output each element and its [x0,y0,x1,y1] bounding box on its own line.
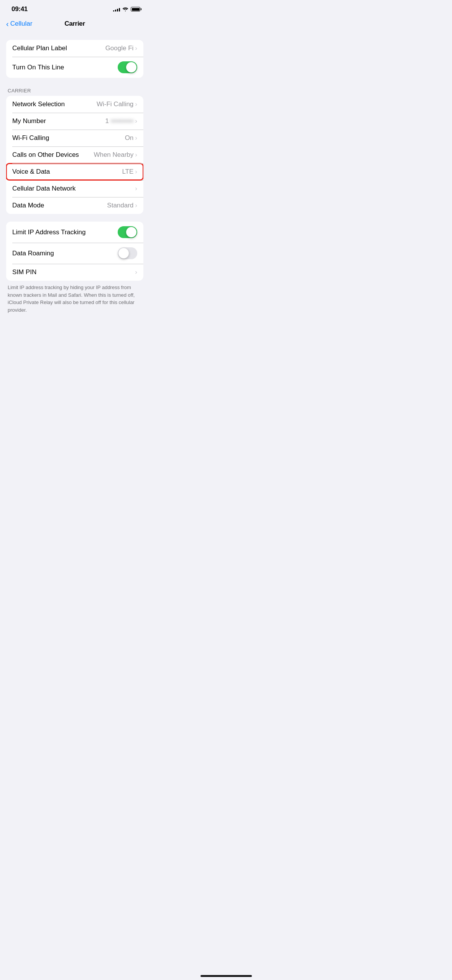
calls-other-devices-value: When Nearby › [94,151,137,159]
toggle-knob [118,248,129,258]
voice-data-row[interactable]: Voice & Data LTE › [6,163,143,180]
voice-data-value-text: LTE [122,168,133,176]
back-label: Cellular [10,20,33,28]
chevron-right-icon: › [135,168,137,176]
sim-pin-label: SIM PIN [12,268,36,276]
data-mode-value: Standard › [107,202,137,209]
chevron-right-icon: › [135,202,137,209]
wifi-calling-row[interactable]: Wi-Fi Calling On › [6,130,143,146]
data-roaming-row[interactable]: Data Roaming [6,243,143,264]
toggle-knob [126,227,136,237]
limit-ip-tracking-row[interactable]: Limit IP Address Tracking [6,222,143,243]
voice-data-label: Voice & Data [12,168,50,176]
turn-on-line-label: Turn On This Line [12,64,64,71]
voice-data-value: LTE › [122,168,137,176]
chevron-right-icon: › [135,185,137,192]
chevron-right-icon: › [135,151,137,159]
chevron-right-icon: › [135,44,137,52]
network-selection-row[interactable]: Network Selection Wi-Fi Calling › [6,96,143,113]
carrier-settings-card: Network Selection Wi-Fi Calling › My Num… [6,96,143,214]
status-time: 09:41 [12,5,28,13]
back-chevron-icon: ‹ [6,20,9,28]
data-mode-label: Data Mode [12,202,44,209]
cellular-data-network-row[interactable]: Cellular Data Network › [6,180,143,197]
chevron-right-icon: › [135,117,137,125]
sim-pin-row[interactable]: SIM PIN › [6,264,143,281]
cellular-data-network-value: › [135,185,137,192]
chevron-right-icon: › [135,100,137,108]
first-settings-card: Cellular Plan Label Google Fi › Turn On … [6,40,143,78]
cellular-plan-label-text: Cellular Plan Label [12,44,67,52]
cellular-data-network-label: Cellular Data Network [12,185,76,192]
navigation-header: ‹ Cellular Carrier [0,17,150,32]
turn-on-line-row[interactable]: Turn On This Line [6,57,143,78]
carrier-section-label: Carrier [0,86,150,96]
network-selection-value: Wi-Fi Calling › [97,100,137,108]
wifi-calling-value-text: On [125,134,134,142]
chevron-right-icon: › [135,134,137,142]
limit-ip-tracking-label: Limit IP Address Tracking [12,229,86,236]
limit-ip-tracking-toggle[interactable] [118,226,137,238]
calls-other-devices-label: Calls on Other Devices [12,151,79,159]
chevron-right-icon: › [135,268,137,276]
sim-pin-value: › [135,268,137,276]
data-roaming-toggle[interactable] [118,247,137,259]
signal-icon [113,7,120,12]
calls-other-devices-value-text: When Nearby [94,151,133,159]
wifi-icon [122,7,128,12]
my-number-value-text: 1 •••••••••• [105,117,134,125]
wifi-calling-value: On › [125,134,137,142]
cellular-plan-label-value: Google Fi › [105,44,137,52]
battery-icon [131,7,140,12]
network-selection-label: Network Selection [12,100,65,108]
my-number-label: My Number [12,117,46,125]
bottom-settings-card: Limit IP Address Tracking Data Roaming S… [6,222,143,281]
data-roaming-label: Data Roaming [12,250,54,257]
turn-on-line-toggle[interactable] [118,61,137,73]
network-selection-value-text: Wi-Fi Calling [97,100,133,108]
my-number-value: 1 •••••••••• › [105,117,137,125]
status-bar: 09:41 [0,0,150,17]
back-button[interactable]: ‹ Cellular [6,20,32,28]
wifi-calling-label: Wi-Fi Calling [12,134,49,142]
page-title: Carrier [64,20,85,28]
data-mode-value-text: Standard [107,202,133,209]
my-number-row[interactable]: My Number 1 •••••••••• › [6,113,143,130]
cellular-plan-label-row[interactable]: Cellular Plan Label Google Fi › [6,40,143,57]
data-mode-row[interactable]: Data Mode Standard › [6,197,143,214]
toggle-knob [126,62,136,72]
footer-description: Limit IP address tracking by hiding your… [0,281,150,321]
calls-other-devices-row[interactable]: Calls on Other Devices When Nearby › [6,146,143,163]
cellular-plan-label-value-text: Google Fi [105,44,134,52]
status-icons [113,7,140,12]
